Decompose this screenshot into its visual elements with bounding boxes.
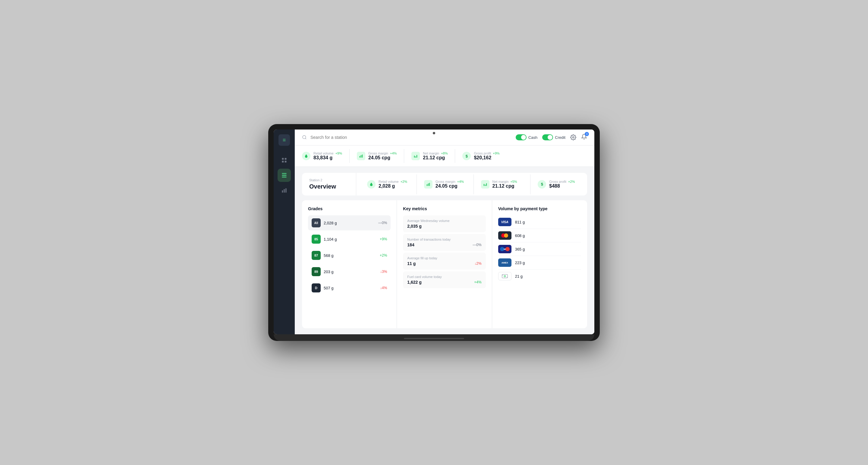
credit-label: Credit <box>555 135 565 140</box>
station-metric-text-2: Gross margin +4% 24.05 cpg <box>435 180 464 189</box>
logo-icon: ≡ <box>283 137 286 143</box>
metric-label: Net margin <box>423 152 439 155</box>
svg-rect-0 <box>282 158 284 160</box>
sidebar-item-reports[interactable] <box>278 184 291 197</box>
grade-change: +9% <box>380 237 387 241</box>
sidebar: ≡ <box>274 130 295 334</box>
metric-change: +5% <box>510 180 517 184</box>
bar-chart-icon <box>357 152 365 160</box>
cash-toggle-group: Cash <box>516 134 537 140</box>
svg-point-10 <box>303 135 306 139</box>
station-metric-gross-profit: $ Gross profit +2% $488 <box>530 174 587 194</box>
grade-item-d[interactable]: D 507 g ↓4% <box>308 280 391 295</box>
credit-toggle[interactable] <box>542 134 553 140</box>
amex-icon: AMEX <box>498 258 512 267</box>
key-metric-avg-fill: Average fill up today 11 g ↓2% <box>403 253 486 270</box>
grade-item-89[interactable]: 89 203 g ↓3% <box>308 264 391 279</box>
metric-value: $20,162 <box>474 155 499 161</box>
svg-rect-6 <box>282 176 287 177</box>
svg-rect-22 <box>484 184 484 186</box>
svg-rect-13 <box>360 156 360 158</box>
grade-volume: 1,104 g <box>324 237 380 241</box>
metric-text-gross-profit: Gross profit +9% $20,162 <box>474 152 499 161</box>
svg-rect-14 <box>361 155 361 158</box>
key-metric-label: Number of transactions today <box>407 238 481 241</box>
cash-label: Cash <box>528 135 537 140</box>
metric-value: 24.05 cpg <box>435 184 464 189</box>
search-input[interactable] <box>310 135 512 140</box>
grade-volume: 507 g <box>324 286 380 290</box>
metric-change: +8% <box>441 152 447 155</box>
payment-volume-amex: 223 g <box>515 261 525 265</box>
station-metric-text-4: Gross profit +2% $488 <box>549 180 575 189</box>
svg-rect-4 <box>282 173 287 174</box>
metric-label: Gross margin <box>368 152 388 155</box>
app-logo[interactable]: ≡ <box>278 134 290 146</box>
grades-section: Grades All 2,028 g —0% 85 1,104 g +9% <box>302 200 397 328</box>
mastercard-icon <box>498 231 512 240</box>
grade-volume: 203 g <box>324 270 380 274</box>
metric-change: +4% <box>390 152 397 155</box>
metric-change: +9% <box>493 152 499 155</box>
svg-rect-21 <box>429 183 430 186</box>
metric-label: Gross profit <box>474 152 491 155</box>
metric-value: 24.05 cpg <box>368 155 397 161</box>
grade-item-85[interactable]: 85 1,104 g +9% <box>308 232 391 247</box>
cash-toggle[interactable] <box>516 134 527 140</box>
metric-change: +4% <box>457 180 464 184</box>
svg-rect-1 <box>285 158 287 160</box>
grade-item-all[interactable]: All 2,028 g —0% <box>308 215 391 230</box>
svg-rect-23 <box>485 185 485 186</box>
payment-types-title: Volume by payment type <box>498 206 581 211</box>
svg-rect-20 <box>428 184 429 186</box>
grade-change: ↓3% <box>380 270 387 274</box>
payment-volume-cash: 21 g <box>515 274 523 278</box>
main-content: Cash Credit 3 <box>295 130 594 334</box>
metric-label: Retail volume <box>313 152 334 155</box>
svg-rect-24 <box>486 183 487 186</box>
station-metric-gross-margin: Gross margin +4% 24.05 cpg <box>417 174 474 194</box>
sidebar-item-stations[interactable] <box>278 169 291 182</box>
grade-change: ↓4% <box>380 286 387 290</box>
station-bar-icon-2 <box>481 180 490 189</box>
svg-rect-3 <box>285 161 287 163</box>
svg-rect-8 <box>284 189 284 193</box>
payment-volume-maestro: 365 g <box>515 247 525 252</box>
station-metrics: Retail volume +2% 2,028 g <box>360 174 587 194</box>
grade-change: —0% <box>378 221 387 225</box>
station-bar-icon <box>424 180 433 189</box>
metric-label: Gross margin <box>435 180 456 184</box>
metric-text-retail: Retail volume +9% 83,834 g <box>313 152 342 161</box>
grade-item-87[interactable]: 87 568 g +2% <box>308 248 391 263</box>
key-metric-change: +4% <box>474 280 481 284</box>
metric-value: 2,028 g <box>378 184 407 189</box>
settings-icon[interactable] <box>570 134 576 140</box>
header-right: Cash Credit 3 <box>516 134 587 141</box>
payment-item-cash: 21 g <box>498 270 581 283</box>
grade-change: +2% <box>380 253 387 258</box>
top-metrics-bar: Retail volume +9% 83,834 g <box>295 145 594 167</box>
grade-badge-89: 89 <box>312 267 321 276</box>
payment-item-visa: VISA 811 g <box>498 215 581 229</box>
sidebar-item-dashboard[interactable] <box>278 154 291 167</box>
station-dollar-icon: $ <box>538 180 546 189</box>
credit-toggle-group: Credit <box>542 134 565 140</box>
metric-text-net-margin: Net margin +8% 21.12 cpg <box>423 152 447 161</box>
svg-rect-7 <box>282 190 283 193</box>
sidebar-nav <box>274 154 295 197</box>
content-area: Station 2 Overview Re <box>295 167 594 334</box>
key-metric-fuel-card: Fuel card volume today 1,622 g +4% <box>403 271 486 288</box>
key-metric-value: 11 g <box>407 261 415 266</box>
station-overview-row: Station 2 Overview Re <box>302 173 587 195</box>
dollar-icon: $ <box>462 152 471 160</box>
key-metric-transactions: Number of transactions today 184 —0% <box>403 234 486 251</box>
station-droplet-icon <box>367 180 375 189</box>
key-metrics-title: Key metrics <box>403 206 486 211</box>
metric-value: 83,834 g <box>313 155 342 161</box>
droplet-icon <box>302 152 310 160</box>
payment-item-maestro: M 365 g <box>498 242 581 256</box>
svg-rect-16 <box>414 156 415 158</box>
key-metric-label: Fuel card volume today <box>407 275 481 278</box>
metric-label: Gross profit <box>549 180 566 184</box>
top-metric-gross-margin: Gross margin +4% 24.05 cpg <box>357 149 404 163</box>
